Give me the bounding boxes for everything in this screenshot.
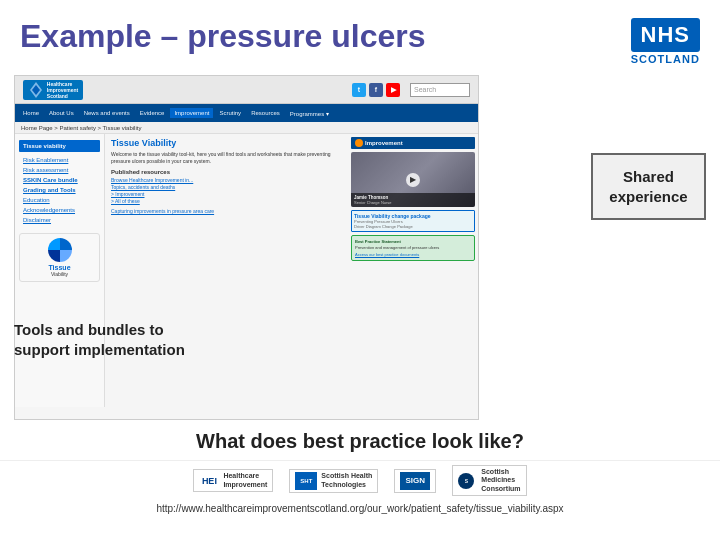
browser-content: Tissue viability Risk Enablement Risk as… xyxy=(15,134,478,407)
change-package: Tissue Viability change package Preventi… xyxy=(351,210,475,232)
nav-evidence[interactable]: Evidence xyxy=(136,108,169,118)
footer-logos: HEI HealthcareImprovement SHT Scottish H… xyxy=(0,460,720,500)
best-practice-card: Best Practice Statement Prevention and m… xyxy=(351,235,475,261)
shared-experience-annotation: Shared experience xyxy=(591,153,706,220)
sidebar-link-acknowledgements[interactable]: Acknowledgements xyxy=(19,205,100,215)
page-header: Example – pressure ulcers NHS SCOTLAND xyxy=(0,0,720,75)
smc-icon: S xyxy=(458,473,474,489)
nav-scrutiny[interactable]: Scrutiny xyxy=(215,108,245,118)
sidebar-link-grading[interactable]: Grading and Tools xyxy=(19,185,100,195)
tissue-logo-sub: Viability xyxy=(51,271,68,277)
browser-screenshot: Healthcare Improvement Scotland t f ▶ Se… xyxy=(14,75,479,420)
panel-text: Welcome to the tissue viability tool-kit… xyxy=(111,151,342,165)
sht-label: Scottish HealthTechnologies xyxy=(321,472,372,489)
sidebar-nav: Tissue viability Risk Enablement Risk as… xyxy=(15,134,105,407)
capturing-link[interactable]: Capturing improvements in pressure area … xyxy=(111,208,342,214)
improvement-badge: Improvement xyxy=(351,137,475,149)
sidebar-link-assessment[interactable]: Risk assessment xyxy=(19,165,100,175)
video-overlay: Jamie Thomson Senior Charge Nurse xyxy=(351,193,475,207)
tissue-viability-logo: Tissue Viability xyxy=(19,233,100,282)
nav-about[interactable]: About Us xyxy=(45,108,78,118)
nav-news[interactable]: News and events xyxy=(80,108,134,118)
sht-logo-box: SHT Scottish HealthTechnologies xyxy=(289,469,378,493)
resource-link-1[interactable]: Browse Healthcare Improvement in... xyxy=(111,177,342,183)
hei-label: HealthcareImprovement xyxy=(223,472,267,489)
change-pkg-sub-2: Driver Diagram Change Package xyxy=(354,224,472,229)
nav-home[interactable]: Home xyxy=(19,108,43,118)
social-icons: t f ▶ xyxy=(352,83,400,97)
sidebar-link-sskin[interactable]: SSKIN Care bundle xyxy=(19,175,100,185)
improvement-icon xyxy=(355,139,363,147)
twitter-icon: t xyxy=(352,83,366,97)
video-card: ▶ Jamie Thomson Senior Charge Nurse xyxy=(351,152,475,207)
resource-link-improvement[interactable]: > Improvement xyxy=(111,191,342,197)
hei-logo: HEI xyxy=(199,473,219,489)
tools-bundles-annotation: Tools and bundles to support implementat… xyxy=(14,320,194,361)
bp-access[interactable]: Access our best practice documents xyxy=(355,252,471,257)
smc-label: ScottishMedicinesConsortium xyxy=(481,468,520,493)
breadcrumb: Home Page > Patient safety > Tissue viab… xyxy=(15,122,478,134)
published-heading: Published resources xyxy=(111,169,342,175)
browser-topbar: Healthcare Improvement Scotland t f ▶ Se… xyxy=(15,76,478,104)
panel-title: Tissue Viability xyxy=(111,138,342,148)
best-practice-question: What does best practice look like? xyxy=(14,424,706,456)
sidebar-link-education[interactable]: Education xyxy=(19,195,100,205)
browser-right-panel: Improvement ▶ Jamie Thomson Senior Charg… xyxy=(348,134,478,407)
sidebar-link-risk[interactable]: Risk Enablement xyxy=(19,155,100,165)
tissue-logo-circle xyxy=(48,238,72,262)
bp-text: Prevention and management of pressure ul… xyxy=(355,245,471,250)
resource-links: Browse Healthcare Improvement in... Topi… xyxy=(111,177,342,204)
best-practice-section: What does best practice look like? xyxy=(0,420,720,460)
nav-programmes[interactable]: Programmes ▾ xyxy=(286,108,333,119)
youtube-icon: ▶ xyxy=(386,83,400,97)
sign-logo-box: SIGN xyxy=(394,469,436,493)
facebook-icon: f xyxy=(369,83,383,97)
nhs-badge: NHS xyxy=(631,18,700,52)
sign-logo: SIGN xyxy=(400,472,430,490)
smc-logo-box: S ScottishMedicinesConsortium xyxy=(452,465,526,496)
sidebar-link-disclaimer[interactable]: Disclaimer xyxy=(19,215,100,225)
nhs-logo: NHS SCOTLAND xyxy=(631,18,700,65)
browser-nav: Home About Us News and events Evidence I… xyxy=(15,104,478,122)
sht-logo: SHT xyxy=(295,472,317,490)
resource-link-topics[interactable]: Topics, accidents and deaths xyxy=(111,184,342,190)
tissue-logo-text: Tissue xyxy=(48,264,70,271)
page-title: Example – pressure ulcers xyxy=(20,18,426,55)
hei-logo-box: HEI HealthcareImprovement xyxy=(193,469,273,492)
his-logo: Healthcare Improvement Scotland xyxy=(23,80,83,100)
his-logo-text: Healthcare Improvement Scotland xyxy=(47,81,78,99)
resource-link-all[interactable]: > All of these xyxy=(111,198,342,204)
nav-improvement[interactable]: Improvement xyxy=(170,108,213,118)
bp-badge: Best Practice Statement xyxy=(355,239,471,244)
nhs-scotland: SCOTLAND xyxy=(631,53,700,65)
sidebar-heading: Tissue viability xyxy=(19,140,100,152)
url-bar: http://www.healthcareimprovementscotland… xyxy=(0,500,720,516)
main-content: Healthcare Improvement Scotland t f ▶ Se… xyxy=(0,75,720,420)
nav-resources[interactable]: Resources xyxy=(247,108,284,118)
main-panel: Tissue Viability Welcome to the tissue v… xyxy=(105,134,348,407)
browser-search: Search xyxy=(410,83,470,97)
video-person-title: Senior Charge Nurse xyxy=(354,200,472,205)
